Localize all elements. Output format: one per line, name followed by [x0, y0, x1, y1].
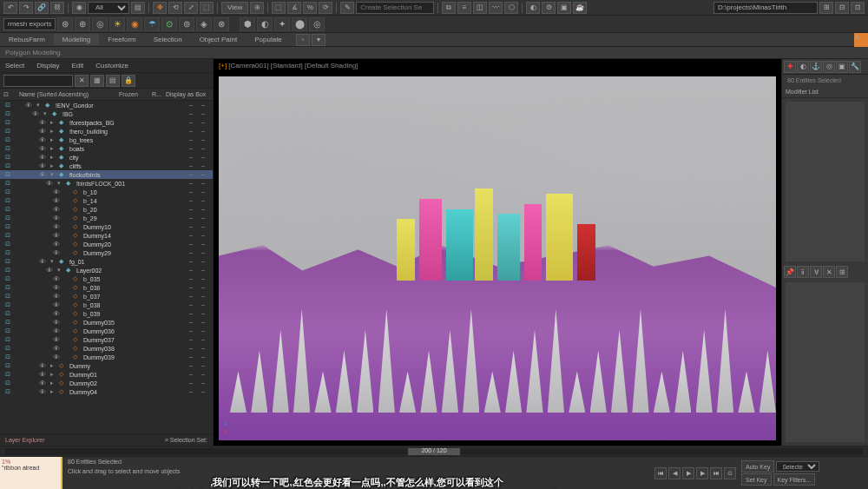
tb2-2[interactable]: ⊕	[75, 17, 90, 31]
tree-item[interactable]: ⊡ 👁 ▸ ◇ Dummy04 − −	[0, 387, 213, 396]
tree-item[interactable]: ⊡ 👁 ◇ b_038 − −	[0, 301, 213, 309]
autokey-toggle[interactable]: Auto Key	[741, 460, 774, 472]
tree-item[interactable]: ⊡ 👁 ▾ ◆ !BG − −	[0, 109, 213, 118]
keyfilters-button[interactable]: Key Filters...	[773, 473, 816, 486]
angle-snap[interactable]: ∡	[287, 2, 301, 14]
tree-item[interactable]: ⊡ 👁 ◇ Dummy29 − −	[0, 248, 213, 257]
material-editor[interactable]: ◐	[526, 2, 540, 14]
tree-item[interactable]: ⊡ 👁 ◇ Dummy036 − −	[0, 327, 213, 335]
col-frozen[interactable]: Frozen	[119, 91, 152, 97]
outliner-menu-edit[interactable]: Edit	[71, 62, 83, 69]
spinner-snap[interactable]: ⟳	[319, 2, 332, 14]
key-mode[interactable]: ⊙	[724, 467, 736, 479]
unlink-button[interactable]: ⛓	[50, 2, 64, 14]
tb2-1[interactable]: ⊛	[57, 17, 73, 31]
selection-set-label[interactable]: ≡ Selection Set:	[165, 437, 207, 443]
outliner-view-btn1[interactable]: ▦	[90, 75, 104, 87]
render-button[interactable]: ☕	[573, 2, 587, 14]
tb2-5[interactable]: ◉	[127, 17, 142, 31]
ribbon-tab-freeform[interactable]: Freeform	[99, 34, 144, 45]
layer-explorer-label[interactable]: Layer Explorer	[5, 437, 45, 443]
tree-item[interactable]: ⊡ 👁 ▾ ◆ !birdsFLOCK_001 − −	[0, 179, 213, 188]
col-name[interactable]: Name (Sorted Ascending)	[19, 91, 119, 97]
tb2-4[interactable]: ☀	[109, 17, 125, 31]
col-r[interactable]: R...	[152, 91, 166, 97]
scale-tool[interactable]: ⤢	[184, 2, 198, 14]
tb2-14[interactable]: ⬤	[292, 17, 307, 31]
configure-sets[interactable]: ⊞	[836, 266, 848, 278]
viewport-label[interactable]: [+] [Camera001] [Standard] [Default Shad…	[214, 59, 781, 71]
next-frame[interactable]: ▶	[696, 467, 708, 479]
outliner-clear-search[interactable]: ✕	[75, 75, 89, 87]
tree-item[interactable]: ⊡ 👁 ▸ ◇ Dummy01 − −	[0, 370, 213, 379]
selection-filter-dropdown[interactable]: All	[88, 2, 129, 14]
link-button[interactable]: 🔗	[35, 2, 49, 14]
coord-sys-button[interactable]: ⊕	[250, 2, 264, 14]
workspace-btn1[interactable]: ⊞	[819, 2, 833, 14]
tree-item[interactable]: ⊡ 👁 ▸ ◇ Dummy − −	[0, 361, 213, 370]
filter-button[interactable]: ▤	[131, 2, 145, 14]
placement-tool[interactable]: ⬚	[200, 2, 214, 14]
maxscript-listener[interactable]: 1% "ribbon alread	[0, 457, 61, 489]
workspace-btn3[interactable]: ⊡	[851, 2, 865, 14]
ribbon-tab-objectpaint[interactable]: Object Paint	[191, 34, 247, 45]
undo-button[interactable]: ↶	[3, 2, 17, 14]
redo-button[interactable]: ↷	[19, 2, 33, 14]
tree-item[interactable]: ⊡ 👁 ▸ ◆ !forestpacks_BG − −	[0, 118, 213, 127]
tree-item[interactable]: ⊡ 👁 ◇ Dummy039 − −	[0, 353, 213, 361]
show-result[interactable]: ⅱ	[797, 266, 809, 278]
tb2-15[interactable]: ◎	[309, 17, 325, 31]
outliner-menu-select[interactable]: Select	[5, 62, 24, 69]
maxscript-mini[interactable]	[3, 18, 56, 30]
timeline-slider[interactable]: 200 / 120	[408, 448, 460, 455]
rotate-tool[interactable]: ⟲	[168, 2, 182, 14]
tree-item[interactable]: ⊡ 👁 ◇ b_29 − −	[0, 214, 213, 222]
ribbon-tab-selection[interactable]: Selection	[145, 34, 191, 45]
goto-end[interactable]: ⏭	[710, 467, 722, 479]
edit-named-sel[interactable]: ✎	[340, 2, 354, 14]
mirror-button[interactable]: ⧉	[442, 2, 456, 14]
tb2-12[interactable]: ◐	[257, 17, 273, 31]
tree-item[interactable]: ⊡ 👁 ◇ Dummy038 − −	[0, 344, 213, 353]
pin-stack[interactable]: 📌	[784, 266, 796, 278]
bind-button[interactable]: ◉	[72, 2, 86, 14]
motion-tab[interactable]: ◎	[823, 61, 835, 73]
outliner-menu-display[interactable]: Display	[36, 62, 59, 69]
tree-item[interactable]: ⊡ 👁 ▸ ◆ city − −	[0, 153, 213, 162]
tree-item[interactable]: ⊡ 👁 ▸ ◇ Dummy02 − −	[0, 379, 213, 387]
modify-tab[interactable]: ◐	[797, 61, 809, 73]
named-selection-input[interactable]	[356, 2, 434, 14]
tree-item[interactable]: ⊡ 👁 ◇ Dummy037 − −	[0, 335, 213, 344]
ribbon-tab-modeling[interactable]: Modeling	[54, 34, 99, 45]
ribbon-tab-populate[interactable]: Populate	[246, 34, 291, 45]
modifier-list-label[interactable]: Modifier List	[782, 86, 868, 98]
tb2-8[interactable]: ⊚	[179, 17, 194, 31]
tree-item[interactable]: ⊡ 👁 ▸ ◆ cliffs − −	[0, 162, 213, 170]
goto-start[interactable]: ⏮	[654, 467, 667, 479]
tree-item[interactable]: ⊡ 👁 ▾ ◆ fg_01 − −	[0, 257, 213, 266]
tree-item[interactable]: ⊡ 👁 ▾ ◆ !ENV_Gondor − −	[0, 101, 213, 109]
tree-item[interactable]: ⊡ 👁 ◇ b_039 − −	[0, 309, 213, 318]
tb2-9[interactable]: ◈	[196, 17, 212, 31]
ribbon-dropdown[interactable]: ▾	[312, 34, 326, 46]
tb2-13[interactable]: ✦	[274, 17, 290, 31]
make-unique[interactable]: ∀	[810, 266, 822, 278]
outliner-menu-customize[interactable]: Customize	[95, 62, 128, 69]
prev-frame[interactable]: ◀	[668, 467, 681, 479]
tree-item[interactable]: ⊡ 👁 ◇ b_035 − −	[0, 274, 213, 283]
hierarchy-tab[interactable]: ⚓	[810, 61, 822, 73]
move-tool[interactable]: ✥	[153, 2, 167, 14]
viewport-3d[interactable]: z x	[214, 71, 781, 446]
tree-item[interactable]: ⊡ 👁 ▸ ◆ boats − −	[0, 144, 213, 153]
outliner-lock-btn[interactable]: 🔒	[122, 75, 135, 87]
outliner-view-btn2[interactable]: ▤	[106, 75, 120, 87]
tb2-3[interactable]: ◎	[92, 17, 108, 31]
tree-item[interactable]: ⊡ 👁 ▸ ◆ !hero_building − −	[0, 127, 213, 135]
tree-item[interactable]: ⊡ 👁 ◇ Dummy14 − −	[0, 231, 213, 240]
view-dropdown[interactable]: View	[221, 2, 248, 14]
tree-item[interactable]: ⊡ 👁 ▸ ◆ bg_trees − −	[0, 135, 213, 144]
graph-button[interactable]: 〰	[489, 2, 503, 14]
col-display[interactable]: Display as Box	[166, 91, 209, 97]
tree-item[interactable]: ⊡ 👁 ◇ Dummy035 − −	[0, 318, 213, 327]
tb2-7[interactable]: ⊙	[161, 17, 177, 31]
